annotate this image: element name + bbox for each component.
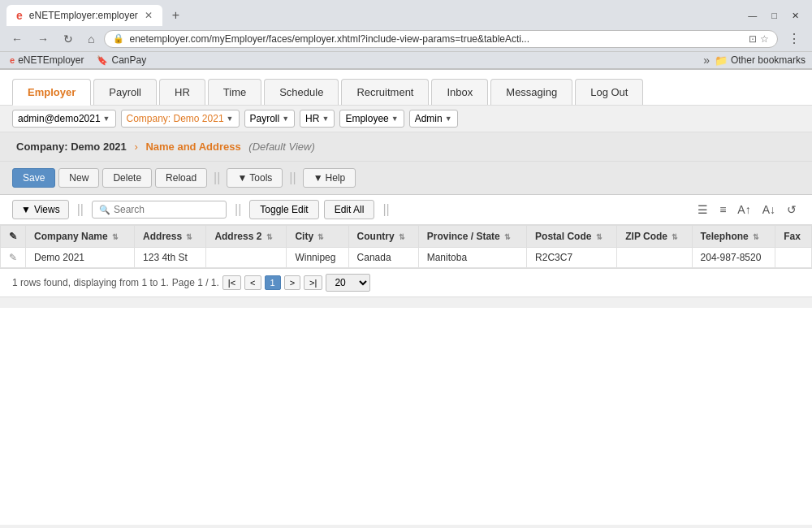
new-tab-button[interactable]: + [166,5,186,26]
delete-button[interactable]: Delete [102,168,152,188]
next-page-button[interactable]: > [284,275,300,290]
tab-inbox[interactable]: Inbox [431,79,488,105]
sort-postal-icon: ⇅ [596,233,603,241]
bookmarks-bar: e eNETEmployer 🔖 CanPay » 📁 Other bookma… [0,51,812,68]
bookmark-star-icon[interactable]: ☆ [760,33,769,45]
row-city: Winnipeg [287,248,348,268]
browser-menu-button[interactable]: ⋮ [783,29,806,48]
views-button[interactable]: ▼ Views [12,200,69,219]
bookmark-enetemployer[interactable]: e eNETEmployer [6,54,87,67]
th-edit: ✎ [1,226,26,248]
payroll-dropdown-label: Payroll [250,113,280,124]
cast-icon[interactable]: ⊡ [749,33,757,45]
font-decrease-icon[interactable]: A↓ [759,201,779,218]
search-box[interactable]: 🔍 [92,201,227,219]
user-dropdown-label: admin@demo2021 [18,113,101,124]
row-zip [617,248,692,268]
save-button[interactable]: Save [12,168,55,188]
close-button[interactable]: ✕ [785,7,806,24]
payroll-dropdown[interactable]: Payroll ▼ [244,110,296,128]
bookmarks-chevron-icon[interactable]: » [703,54,710,67]
th-fax[interactable]: Fax [775,226,812,248]
separator-4: || [235,202,241,217]
last-page-button[interactable]: >| [304,275,322,290]
payroll-dropdown-arrow: ▼ [282,115,289,123]
help-button[interactable]: ▼ Help [303,168,356,188]
prev-page-button[interactable]: < [244,275,261,290]
hr-dropdown-label: HR [305,113,319,124]
tab-schedule[interactable]: Schedule [264,79,339,105]
current-page-button[interactable]: 1 [265,275,281,290]
breadcrumb-default-view: (Default View) [248,141,314,153]
data-toolbar-right: ☰ ≡ A↑ A↓ ↺ [694,201,800,218]
th-city[interactable]: City ⇅ [287,226,348,248]
th-province[interactable]: Province / State ⇅ [418,226,526,248]
filter-icon[interactable]: ☰ [694,201,711,218]
admin-dropdown[interactable]: Admin ▼ [409,110,458,128]
url-input[interactable] [129,33,744,45]
list-icon[interactable]: ≡ [716,201,729,218]
row-address: 123 4th St [135,248,206,268]
refresh-icon[interactable]: ↺ [784,201,800,218]
th-address2[interactable]: Address 2 ⇅ [206,226,287,248]
company-dropdown[interactable]: Company: Demo 2021 ▼ [121,110,240,128]
breadcrumb-bar: Company: Demo 2021 › Name and Address (D… [0,132,812,162]
new-button[interactable]: New [58,168,99,188]
search-icon: 🔍 [99,205,110,215]
user-dropdown[interactable]: admin@demo2021 ▼ [12,110,116,128]
hr-dropdown-arrow: ▼ [322,115,329,123]
tab-messaging[interactable]: Messaging [490,79,572,105]
address-bar[interactable]: 🔒 ⊡ ☆ [104,30,778,48]
tools-button[interactable]: ▼ Tools [227,168,283,188]
sort-telephone-icon: ⇅ [753,233,759,241]
window-controls: — □ ✕ [741,7,806,24]
separator-2: || [289,171,296,185]
help-label: Help [326,172,346,184]
th-postal[interactable]: Postal Code ⇅ [527,226,617,248]
minimize-button[interactable]: — [741,7,763,24]
reload-button[interactable]: Reload [155,168,207,188]
first-page-button[interactable]: |< [222,275,241,290]
pagination-status: 1 rows found, displaying from 1 to 1. [12,277,169,288]
tab-employer[interactable]: Employer [12,79,91,106]
row-edit-icon[interactable]: ✎ [9,252,17,263]
company-dropdown-arrow: ▼ [227,115,234,123]
other-bookmarks-button[interactable]: 📁 Other bookmarks [715,54,806,67]
page-size-select[interactable]: 20 50 100 [326,274,370,292]
th-telephone[interactable]: Telephone ⇅ [692,226,775,248]
tab-time[interactable]: Time [208,79,261,105]
tab-close-button[interactable]: ✕ [145,10,153,21]
forward-button[interactable]: → [32,31,54,47]
maximize-button[interactable]: □ [765,7,784,24]
tab-recruitment[interactable]: Recruitment [341,79,429,105]
back-button[interactable]: ← [6,31,28,47]
search-input[interactable] [114,204,219,215]
tab-hr[interactable]: HR [159,79,205,105]
reload-button[interactable]: ↻ [58,31,78,47]
font-increase-icon[interactable]: A↑ [734,201,754,218]
nav-tabs: Employer Payroll HR Time Schedule Recrui… [0,70,812,106]
row-edit-cell[interactable]: ✎ [1,248,26,268]
th-company-name[interactable]: Company Name ⇅ [26,226,135,248]
pagination-bar: 1 rows found, displaying from 1 to 1. Pa… [0,268,812,296]
home-button[interactable]: ⌂ [83,31,99,47]
edit-col-icon: ✎ [9,231,17,242]
toggle-edit-button[interactable]: Toggle Edit [249,200,318,219]
bookmark-canpay[interactable]: 🔖 CanPay [93,54,149,67]
hr-dropdown[interactable]: HR ▼ [300,110,335,128]
th-zip[interactable]: ZIP Code ⇅ [617,226,692,248]
active-tab[interactable]: e eNETEmployer:employer ✕ [6,5,162,26]
data-table-wrap: ✎ Company Name ⇅ Address ⇅ Address 2 ⇅ [0,225,812,268]
th-country[interactable]: Country ⇅ [348,226,418,248]
row-province: Manitoba [418,248,526,268]
sort-city-icon: ⇅ [317,233,324,241]
page-content: Employer Payroll HR Time Schedule Recrui… [0,68,812,525]
th-address[interactable]: Address ⇅ [135,226,206,248]
tab-payroll[interactable]: Payroll [93,79,157,105]
edit-all-button[interactable]: Edit All [324,200,375,219]
tab-logout[interactable]: Log Out [575,79,643,105]
bottom-scrollbar[interactable] [0,296,812,308]
employee-dropdown[interactable]: Employee ▼ [339,110,404,128]
title-bar-left: e eNETEmployer:employer ✕ + [6,5,186,26]
sort-province-icon: ⇅ [504,233,511,241]
